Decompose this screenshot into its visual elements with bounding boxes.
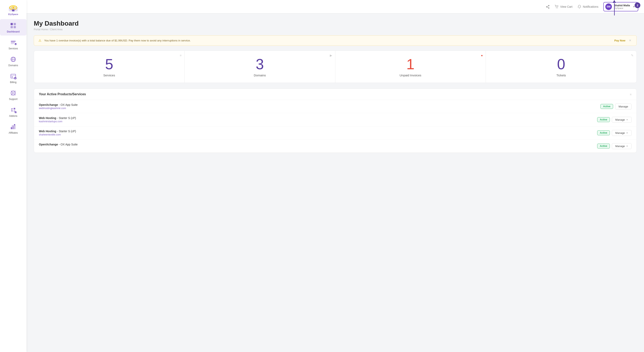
view-cart-label: View Cart xyxy=(560,5,572,8)
support-icon xyxy=(10,89,17,97)
svg-rect-34 xyxy=(12,126,14,129)
stat-services-number: 5 xyxy=(105,57,113,71)
product-domain: shaheentextile.com xyxy=(39,133,76,136)
manage-button[interactable]: Manage ▼ xyxy=(612,143,632,149)
manage-button[interactable]: Manage ▼ xyxy=(612,117,632,123)
notifications-action[interactable]: Notifications xyxy=(577,5,598,9)
stat-card-tickets[interactable]: ✎ 0 Tickets xyxy=(486,51,636,83)
stat-invoices-number: 1 xyxy=(406,57,414,71)
billing-icon: $ xyxy=(10,72,17,80)
sidebar-item-label-dashboard: Dashboard xyxy=(7,30,20,33)
alert-close-button[interactable]: × xyxy=(628,38,632,43)
svg-rect-29 xyxy=(14,108,15,110)
sidebar-item-label-affiliates: Affiliates xyxy=(8,131,18,134)
manage-button[interactable]: Manage ▼ xyxy=(612,130,632,136)
product-actions: Active Manage ▼ xyxy=(597,117,632,123)
product-row: Web Hosting - Starter S (cP) shaheentext… xyxy=(34,126,636,140)
cart-icon xyxy=(555,5,559,9)
product-actions: Active Manage ▼ xyxy=(597,143,632,149)
product-domain: kashmirstartups.com xyxy=(39,120,76,123)
sidebar-item-label-domains: Domains xyxy=(8,64,18,67)
svg-rect-7 xyxy=(10,26,13,28)
product-name: Web Hosting - Starter S (cP) xyxy=(39,116,76,120)
sidebar: ElySpace Dashboard xyxy=(0,0,26,352)
stat-services-label: Services xyxy=(103,74,115,77)
svg-rect-8 xyxy=(14,26,16,28)
sidebar-item-label-services: Services xyxy=(8,47,18,50)
manage-chevron-icon: ▼ xyxy=(626,119,628,121)
domains-icon xyxy=(10,56,17,63)
sidebar-item-affiliates[interactable]: Affiliates xyxy=(0,120,26,137)
main-content: View Cart Notifications SM Shahid Malla … xyxy=(26,0,644,352)
user-name: Shahid Malla xyxy=(614,4,630,7)
alert-banner: ⚠ You have 1 overdue invoice(s) with a t… xyxy=(34,35,637,46)
svg-rect-11 xyxy=(11,43,14,44)
arrow-head xyxy=(613,0,616,3)
svg-rect-35 xyxy=(14,125,16,129)
addons-icon: + xyxy=(10,106,17,114)
logo-text: ElySpace xyxy=(8,13,18,15)
stat-card-invoices[interactable]: ● 1 Unpaid Invoices xyxy=(335,51,486,83)
page-content: My Dashboard Portal Home / Client Area ⚠… xyxy=(26,13,644,352)
sidebar-item-label-billing: Billing xyxy=(10,81,16,84)
share-action[interactable] xyxy=(546,5,550,9)
view-cart-action[interactable]: View Cart xyxy=(555,5,572,9)
sidebar-item-services[interactable]: + Services xyxy=(0,36,26,52)
manage-button[interactable]: Manage xyxy=(615,104,632,110)
product-row: Web Hosting - Starter S (cP) kashmirstar… xyxy=(34,113,636,126)
user-profile-badge[interactable]: SM Shahid Malla ElySpace ▼ xyxy=(603,2,638,11)
svg-rect-20 xyxy=(12,77,13,77)
breadcrumb: Portal Home / Client Area xyxy=(34,28,637,31)
sidebar-navigation: Dashboard + Services xyxy=(0,19,26,137)
svg-text:+: + xyxy=(15,112,16,113)
svg-rect-10 xyxy=(11,42,15,43)
stat-card-domains[interactable]: ▶ 3 Domains xyxy=(184,51,335,83)
svg-point-40 xyxy=(557,8,558,8)
status-badge: Active xyxy=(597,130,610,135)
sidebar-item-label-addons: Addons xyxy=(9,115,18,117)
product-name: OpenXchange - OX App Suite xyxy=(39,103,78,106)
alert-warning-icon: ⚠ xyxy=(38,39,41,42)
stat-domains-label: Domains xyxy=(254,74,266,77)
dashboard-icon xyxy=(10,22,17,29)
svg-rect-19 xyxy=(11,75,16,76)
sidebar-item-billing[interactable]: $ Billing xyxy=(0,70,26,86)
products-section-title: Your Active Products/Services xyxy=(39,92,86,96)
svg-rect-33 xyxy=(11,127,12,129)
svg-rect-6 xyxy=(14,23,16,25)
user-avatar: SM xyxy=(605,3,612,10)
products-section-icon: ≡ xyxy=(630,93,632,96)
products-section: Your Active Products/Services ≡ OpenXcha… xyxy=(34,89,637,153)
notification-count-badge: 2 xyxy=(635,2,640,8)
svg-point-38 xyxy=(14,124,15,125)
svg-rect-5 xyxy=(10,23,13,25)
stat-tickets-number: 0 xyxy=(557,57,565,71)
alert-text: You have 1 overdue invoice(s) with a tot… xyxy=(44,39,612,42)
breadcrumb-separator: / xyxy=(49,28,50,31)
sidebar-item-support[interactable]: Support xyxy=(0,87,26,103)
topbar: View Cart Notifications SM Shahid Malla … xyxy=(26,0,644,13)
sidebar-item-addons[interactable]: + Addons xyxy=(0,103,26,120)
pay-now-button[interactable]: Pay Now xyxy=(614,39,625,42)
product-actions: Active Manage xyxy=(600,104,632,110)
page-title: My Dashboard xyxy=(34,20,637,27)
share-icon xyxy=(546,5,550,9)
product-domain xyxy=(39,147,78,149)
stat-tickets-label: Tickets xyxy=(556,74,566,77)
stat-tickets-icon: ✎ xyxy=(631,54,634,57)
svg-point-24 xyxy=(12,92,14,94)
product-domain: webhostingkashmir.com xyxy=(39,107,78,110)
sidebar-item-domains[interactable]: Domains xyxy=(0,53,26,69)
services-icon: + xyxy=(10,39,17,46)
sidebar-item-dashboard[interactable]: Dashboard xyxy=(0,19,26,35)
manage-chevron-icon: ▼ xyxy=(626,145,628,147)
manage-chevron-icon: ▼ xyxy=(626,132,628,134)
logo[interactable]: ElySpace xyxy=(8,2,18,19)
breadcrumb-home[interactable]: Portal Home xyxy=(34,28,48,31)
status-badge: Active xyxy=(600,104,613,109)
svg-rect-9 xyxy=(11,41,16,42)
svg-rect-4 xyxy=(12,9,14,11)
stat-card-services[interactable]: ≡ 5 Services xyxy=(34,51,184,83)
status-badge: Active xyxy=(597,144,610,149)
svg-point-3 xyxy=(12,7,14,8)
